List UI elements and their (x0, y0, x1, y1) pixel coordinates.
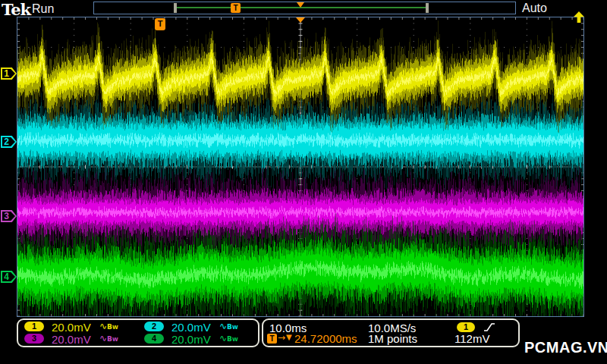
oscilloscope-screen: Tek Run T Auto T 1 2 3 4 1 (0, 0, 607, 364)
expansion-point-marker-icon[interactable] (297, 2, 304, 8)
trigger-point-flag-icon[interactable]: T (155, 18, 165, 30)
channel-1-position-marker[interactable]: 1 (1, 67, 17, 80)
acquisition-status: Run (32, 2, 54, 16)
channel-3-readout[interactable]: 3 20.0mV ∿BW (18, 333, 138, 345)
channel-4-position-marker[interactable]: 4 (1, 271, 17, 283)
channel-3-coupling-bw-icon: ∿BW (99, 333, 118, 344)
channel-3-position-marker[interactable]: 3 (1, 210, 17, 222)
record-length-readout: 1M points (368, 332, 417, 345)
trigger-mode-label: Auto (522, 2, 547, 15)
channel-4-scale: 20.0mV (171, 333, 211, 346)
channel-2-scale: 20.0mV (171, 321, 211, 334)
watermark-text: PCMAG.VN (524, 339, 607, 356)
trigger-source-badge[interactable]: 1 (457, 322, 475, 332)
channel-2-badge: 2 (144, 322, 164, 331)
channel-1-coupling-bw-icon: ∿BW (99, 321, 118, 331)
channel-3-badge: 3 (24, 334, 44, 344)
channel-2-coupling-bw-icon: ∿BW (219, 321, 238, 331)
trigger-level-readout[interactable]: 112mV (454, 332, 489, 345)
channel-4-badge: 4 (144, 334, 164, 344)
channel-2-position-marker[interactable]: 2 (1, 136, 17, 148)
trigger-position-marker-icon[interactable]: T (231, 3, 241, 13)
expansion-symbol-icon: ▼ (286, 333, 292, 341)
acquisition-preview-bar[interactable]: T (93, 2, 516, 14)
channel-4-coupling-bw-icon: ∿BW (219, 333, 238, 344)
trigger-delay-readout[interactable]: 24.72000ms (294, 332, 357, 345)
channel-2-readout[interactable]: 2 20.0mV ∿BW (138, 321, 252, 333)
expansion-point-indicator-icon[interactable] (296, 17, 305, 23)
channel-3-scale: 20.0mV (52, 333, 91, 346)
record-view-right-bracket (426, 3, 429, 13)
record-view-left-bracket (174, 3, 177, 13)
channel-4-readout[interactable]: 4 20.0mV ∿BW (138, 333, 252, 345)
channel-1-readout[interactable]: 1 20.0mV ∿BW (18, 321, 138, 333)
trigger-t-icon: T (267, 334, 277, 344)
horizontal-trigger-readout-box: 10.0ms 10.0MS/s 1 T → ▼ 24.72000ms 1M po… (262, 318, 520, 347)
arrow-right-icon: → (278, 332, 285, 343)
waveform-display (17, 17, 583, 316)
graticule: T (17, 17, 584, 317)
channel-readout-box: 1 20.0mV ∿BW 2 20.0mV ∿BW 3 20.0mV ∿BW 4… (17, 318, 259, 347)
channel-1-scale: 20.0mV (52, 321, 91, 334)
channel-1-badge: 1 (24, 322, 44, 331)
